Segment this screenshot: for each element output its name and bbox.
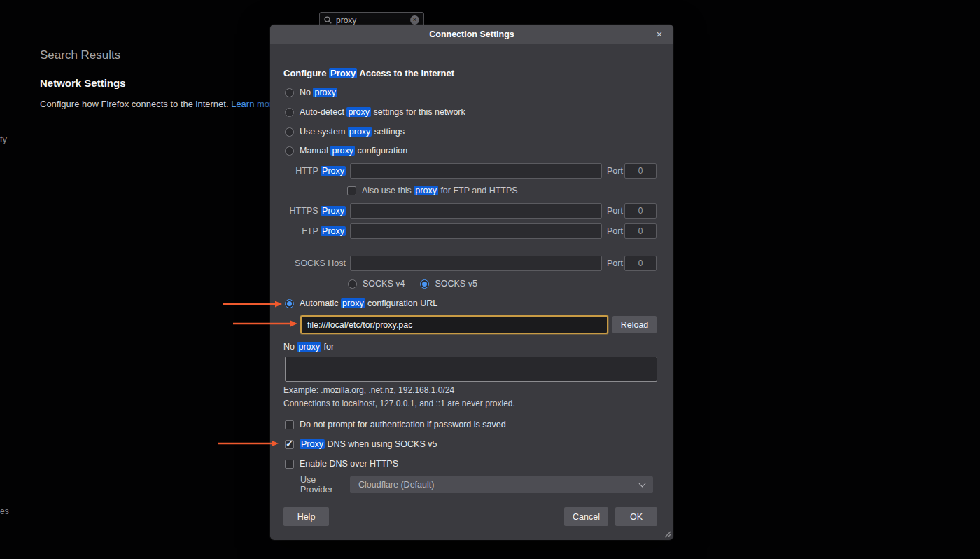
no-proxy-for-textarea[interactable] <box>285 357 657 382</box>
auto-url-radio[interactable] <box>285 299 294 308</box>
label-highlight: Proxy <box>300 439 325 449</box>
example-note: Example: .mozilla.org, .net.nz, 192.168.… <box>284 385 454 395</box>
no-proxy-for-label: No proxy for <box>284 342 334 352</box>
heading-highlight: Proxy <box>329 68 357 78</box>
label-text: settings <box>372 127 405 137</box>
checkbox-label: Also use this proxy for FTP and HTTPS <box>362 186 518 195</box>
localhost-note: Connections to localhost, 127.0.0.1, and… <box>284 399 515 408</box>
auto-detect-radio[interactable] <box>285 108 294 117</box>
arrow-to-proxy-dns-checkbox <box>218 441 279 447</box>
label-text: Manual <box>300 146 330 156</box>
cancel-button[interactable]: Cancel <box>564 507 608 526</box>
dialog-title: Connection Settings <box>270 25 673 44</box>
proxy-dns-checkbox[interactable] <box>285 440 294 449</box>
sidebar-fragment-bottom: es <box>0 506 9 516</box>
close-icon[interactable]: × <box>652 27 667 42</box>
label-highlight: Proxy <box>321 166 346 176</box>
https-proxy-input[interactable] <box>350 203 602 219</box>
socks-v4-radio[interactable] <box>348 280 357 289</box>
label-highlight: Proxy <box>321 226 346 236</box>
http-proxy-row: HTTP Proxy Port <box>270 163 673 179</box>
label-text: configuration URL <box>365 298 438 308</box>
label-text: No <box>284 342 297 352</box>
socks-port-input[interactable] <box>624 256 657 271</box>
manual-proxy-radio[interactable] <box>285 146 294 156</box>
radio-row-manual[interactable]: Manual proxy configuration <box>285 145 407 156</box>
chevron-down-icon <box>639 480 646 487</box>
https-port-label: Port <box>607 206 623 216</box>
ftp-proxy-label: FTP Proxy <box>270 226 346 236</box>
sidebar-fragment-top: ty <box>0 134 7 144</box>
label-text: Automatic <box>300 298 341 308</box>
provider-row: Use Provider Cloudflare (Default) <box>270 476 673 493</box>
label-text: Use system <box>300 127 348 137</box>
https-proxy-label: HTTPS Proxy <box>270 206 346 216</box>
radio-row-no-proxy[interactable]: No proxy <box>285 87 337 98</box>
http-port-input[interactable] <box>624 163 657 179</box>
socks-port-label: Port <box>607 258 623 268</box>
also-use-proxy-checkbox[interactable] <box>347 186 356 195</box>
ok-button[interactable]: OK <box>615 507 657 526</box>
label-text: HTTP <box>295 166 321 176</box>
label-highlight: proxy <box>348 127 372 137</box>
label-text: Auto-detect <box>300 107 346 117</box>
heading-text: Access to the Internet <box>357 68 454 78</box>
label-text: FTP <box>302 226 321 236</box>
label-text: HTTPS <box>290 206 321 216</box>
clear-search-icon[interactable]: × <box>410 15 419 25</box>
proxy-dns-row[interactable]: Proxy DNS when using SOCKS v5 <box>285 439 437 450</box>
checkbox-label: Proxy DNS when using SOCKS v5 <box>300 439 437 449</box>
socks-v5-label: SOCKS v5 <box>435 279 477 289</box>
ftp-port-input[interactable] <box>624 223 657 239</box>
label-text: for <box>321 342 334 352</box>
description-text: Configure how Firefox connects to the in… <box>40 99 231 109</box>
resize-grip[interactable] <box>662 529 671 538</box>
radio-row-auto-url[interactable]: Automatic proxy configuration URL <box>285 298 438 309</box>
label-highlight: proxy <box>414 186 438 195</box>
auto-proxy-url-input[interactable] <box>300 315 608 334</box>
heading-text: Configure <box>284 68 329 78</box>
ftp-proxy-input[interactable] <box>350 223 602 239</box>
search-results-title: Search Results <box>40 48 120 62</box>
checkbox-label: Do not prompt for authentication if pass… <box>300 420 506 429</box>
provider-dropdown[interactable]: Cloudflare (Default) <box>350 476 653 493</box>
connection-settings-dialog: Connection Settings × Configure Proxy Ac… <box>270 25 673 540</box>
radio-row-use-system[interactable]: Use system proxy settings <box>285 126 405 137</box>
no-proxy-radio[interactable] <box>285 88 294 97</box>
doh-row[interactable]: Enable DNS over HTTPS <box>285 458 398 469</box>
socks-v5-radio[interactable] <box>420 280 429 289</box>
doh-checkbox[interactable] <box>285 460 294 469</box>
https-proxy-row: HTTPS Proxy Port <box>270 202 673 219</box>
label-text: configuration <box>355 146 407 156</box>
radio-label: Auto-detect proxy settings for this netw… <box>300 107 465 117</box>
configure-proxy-heading: Configure Proxy Access to the Internet <box>284 68 454 78</box>
also-use-proxy-row[interactable]: Also use this proxy for FTP and HTTPS <box>347 185 518 196</box>
label-highlight: proxy <box>297 342 321 352</box>
help-button[interactable]: Help <box>284 507 329 526</box>
learn-more-link[interactable]: Learn mor <box>231 99 272 109</box>
label-highlight: proxy <box>330 146 355 156</box>
label-highlight: proxy <box>313 88 337 97</box>
search-input[interactable] <box>336 15 406 25</box>
label-highlight: proxy <box>346 107 371 117</box>
http-proxy-input[interactable] <box>350 163 602 179</box>
http-proxy-label: HTTP Proxy <box>270 166 346 176</box>
use-provider-label: Use Provider <box>300 475 344 495</box>
label-text: settings for this network <box>371 107 465 117</box>
socks-host-input[interactable] <box>350 256 602 271</box>
label-text: DNS when using SOCKS v5 <box>325 439 438 449</box>
radio-label: Automatic proxy configuration URL <box>300 298 438 308</box>
reload-button[interactable]: Reload <box>612 316 657 333</box>
use-system-proxy-radio[interactable] <box>285 127 294 137</box>
ftp-port-label: Port <box>607 226 623 236</box>
ftp-proxy-row: FTP Proxy Port <box>270 223 673 240</box>
radio-label: Use system proxy settings <box>300 127 405 137</box>
auth-prompt-checkbox[interactable] <box>285 420 294 429</box>
auth-prompt-row[interactable]: Do not prompt for authentication if pass… <box>285 419 506 430</box>
label-text: Also use this <box>362 186 414 195</box>
http-port-label: Port <box>607 166 623 176</box>
label-highlight: Proxy <box>321 206 346 216</box>
https-port-input[interactable] <box>624 203 657 219</box>
radio-row-auto-detect[interactable]: Auto-detect proxy settings for this netw… <box>285 106 465 118</box>
screen: { "colors": { "accent": "#0a84ff", "sear… <box>0 0 980 559</box>
